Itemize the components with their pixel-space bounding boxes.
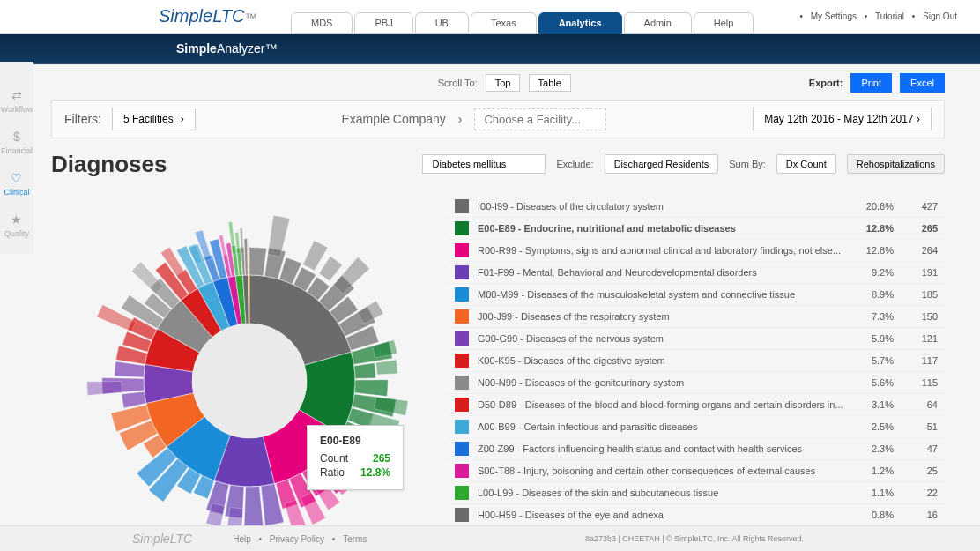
legend-row[interactable]: S00-T88 - Injury, poisoning and certain …	[448, 460, 945, 482]
legend-label: I00-I99 - Diseases of the circulatory sy…	[478, 201, 850, 212]
tooltip-ratio: 12.8%	[360, 466, 390, 479]
legend-row[interactable]: A00-B99 - Certain infectious and parasit…	[448, 416, 945, 438]
top-links: • My Settings • Tutorial • Sign Out	[799, 11, 962, 21]
main-nav-tabs: MDSPBJUBTexasAnalyticsAdminHelp	[291, 12, 754, 34]
top-bar: SimpleLTC™ MDSPBJUBTexasAnalyticsAdminHe…	[0, 0, 980, 34]
nav-tab-help[interactable]: Help	[694, 12, 754, 34]
chevron-right-icon: ›	[458, 112, 463, 126]
footer-link-privacy-policy[interactable]: Privacy Policy	[270, 534, 324, 544]
tutorial-link[interactable]: Tutorial	[875, 11, 904, 21]
nav-tab-texas[interactable]: Texas	[471, 12, 537, 34]
legend-swatch	[455, 376, 469, 390]
legend-swatch	[455, 243, 469, 257]
date-range-picker[interactable]: May 12th 2016 - May 12th 2017 ›	[753, 108, 932, 130]
legend-row[interactable]: F01-F99 - Mental, Behavioral and Neurode…	[448, 262, 945, 284]
my-settings-link[interactable]: My Settings	[811, 11, 857, 21]
chart-tooltip: E00-E89 Count 265 Ratio 12.8%	[307, 425, 404, 490]
legend-pct: 5.7%	[850, 355, 894, 366]
legend-swatch	[455, 287, 469, 302]
legend-swatch	[455, 221, 469, 235]
legend-count: 265	[894, 223, 938, 234]
legend-row[interactable]: E00-E89 - Endocrine, nutritional and met…	[448, 218, 945, 240]
legend-count: 25	[894, 465, 938, 476]
sidebar-item-financial[interactable]: $Financial	[1, 130, 33, 155]
excel-button[interactable]: Excel	[900, 73, 945, 93]
legend-pct: 1.2%	[850, 465, 894, 476]
footer-link-terms[interactable]: Terms	[343, 534, 367, 544]
legend-pct: 5.6%	[850, 377, 894, 388]
scroll-top-button[interactable]: Top	[486, 74, 521, 92]
legend-row[interactable]: R00-R99 - Symptoms, signs and abnormal c…	[448, 240, 945, 262]
legend-row[interactable]: G00-G99 - Diseases of the nervous system…	[448, 328, 945, 350]
exclude-discharged-button[interactable]: Discharged Residents	[605, 154, 719, 174]
legend-table: I00-I99 - Diseases of the circulatory sy…	[448, 196, 945, 551]
print-button[interactable]: Print	[850, 73, 892, 93]
sign-out-link[interactable]: Sign Out	[923, 11, 957, 21]
facility-input[interactable]	[474, 108, 606, 130]
legend-pct: 1.1%	[850, 488, 894, 498]
content-split: E00-E89 Count 265 Ratio 12.8% I00-I99 - …	[51, 196, 945, 551]
legend-pct: 2.3%	[850, 443, 894, 454]
legend-swatch	[455, 508, 469, 522]
sidebar-item-clinical[interactable]: ♡Clinical	[4, 171, 29, 197]
legend-row[interactable]: K00-K95 - Diseases of the digestive syst…	[448, 350, 945, 372]
legend-count: 115	[894, 377, 938, 388]
legend-row[interactable]: H00-H59 - Diseases of the eye and adnexa…	[448, 504, 945, 526]
company-name: Example Company	[341, 112, 445, 126]
tooltip-code: E00-E89	[320, 435, 390, 447]
export-group: Export: Print Excel	[809, 73, 945, 93]
legend-pct: 8.9%	[850, 289, 894, 300]
legend-count: 191	[894, 267, 938, 278]
controls-row: Scroll To: Top Table Export: Print Excel	[51, 73, 945, 93]
nav-tab-ub[interactable]: UB	[415, 12, 469, 34]
nav-tab-admin[interactable]: Admin	[624, 12, 692, 34]
sumby-dxcount-button[interactable]: Dx Count	[776, 154, 836, 174]
legend-row[interactable]: N00-N99 - Diseases of the genitourinary …	[448, 372, 945, 394]
sidebar-item-quality[interactable]: ★Quality	[4, 212, 29, 238]
chart-area: E00-E89 Count 265 Ratio 12.8%	[51, 196, 448, 551]
legend-label: H00-H59 - Diseases of the eye and adnexa	[478, 510, 850, 520]
legend-row[interactable]: L00-L99 - Diseases of the skin and subcu…	[448, 482, 945, 504]
legend-label: K00-K95 - Diseases of the digestive syst…	[478, 355, 850, 366]
filters-label: Filters:	[64, 112, 101, 126]
sunburst-chart[interactable]	[82, 213, 417, 548]
quality-icon: ★	[11, 212, 22, 227]
financial-icon: $	[13, 130, 20, 144]
legend-row[interactable]: Z00-Z99 - Factors influencing health sta…	[448, 438, 945, 460]
legend-count: 117	[894, 355, 938, 366]
legend-row[interactable]: I00-I99 - Diseases of the circulatory sy…	[448, 196, 945, 218]
nav-tab-pbj[interactable]: PBJ	[354, 12, 412, 34]
nav-tab-analytics[interactable]: Analytics	[538, 12, 622, 34]
footer-link-help[interactable]: Help	[233, 534, 251, 544]
legend-pct: 0.8%	[850, 510, 894, 520]
diagnosis-search-input[interactable]	[422, 154, 546, 174]
legend-swatch	[455, 464, 469, 478]
legend-row[interactable]: D50-D89 - Diseases of the blood and bloo…	[448, 394, 945, 416]
legend-row[interactable]: J00-J99 - Diseases of the respiratory sy…	[448, 306, 945, 328]
legend-label: R00-R99 - Symptoms, signs and abnormal c…	[478, 245, 850, 256]
sumby-rehosp-button[interactable]: Rehospitalizations	[847, 154, 945, 174]
scroll-to-group: Scroll To: Top Table	[438, 74, 571, 92]
nav-tab-mds[interactable]: MDS	[291, 12, 353, 34]
legend-label: A00-B99 - Certain infectious and parasit…	[478, 421, 850, 432]
legend-label: N00-N99 - Diseases of the genitourinary …	[478, 377, 850, 388]
legend-pct: 20.6%	[850, 201, 894, 212]
sidebar-item-workflow[interactable]: ⇄Workflow	[1, 88, 33, 114]
legend-count: 121	[894, 333, 938, 344]
chevron-right-icon: ›	[917, 113, 920, 125]
legend-pct: 9.2%	[850, 267, 894, 278]
breadcrumb: Example Company ›	[341, 108, 606, 130]
legend-count: 264	[894, 245, 938, 256]
copyright: 8a273b3 | CHEETAH | © SimpleLTC, Inc. Al…	[585, 534, 804, 543]
legend-row[interactable]: M00-M99 - Diseases of the musculoskeleta…	[448, 284, 945, 306]
legend-count: 51	[894, 421, 938, 432]
legend-swatch	[455, 199, 469, 213]
legend-swatch	[455, 354, 469, 368]
legend-label: J00-J99 - Diseases of the respiratory sy…	[478, 311, 850, 322]
scroll-table-button[interactable]: Table	[529, 74, 571, 92]
legend-count: 16	[894, 510, 938, 520]
legend-count: 150	[894, 311, 938, 322]
legend-swatch	[455, 486, 469, 500]
footer-logo: SimpleLTC	[132, 532, 192, 546]
facilities-dropdown[interactable]: 5 Facilities ›	[112, 108, 196, 130]
